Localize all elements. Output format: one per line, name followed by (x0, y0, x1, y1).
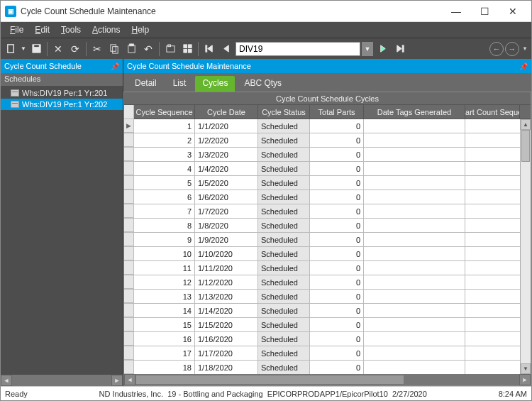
grid-hscroll[interactable]: ◄ ► (124, 374, 531, 385)
cell-parts[interactable]: 0 (310, 247, 364, 260)
cell-date[interactable]: 1/5/2020 (195, 176, 258, 189)
cell-status[interactable]: Scheduled (258, 162, 310, 175)
cell-date[interactable]: 1/13/2020 (195, 290, 258, 303)
cell-sequence[interactable]: 7 (134, 204, 195, 218)
record-dropdown-icon[interactable]: ▼ (362, 42, 373, 56)
table-row[interactable]: 121/12/2020Scheduled0 (124, 275, 531, 290)
menu-tools[interactable]: Tools (55, 23, 87, 36)
scroll-up-icon[interactable]: ▲ (521, 119, 531, 130)
cell-tags[interactable] (364, 204, 465, 218)
cell-sequence[interactable]: 6 (134, 190, 195, 204)
cell-status[interactable]: Scheduled (258, 290, 310, 303)
cell-tags[interactable] (364, 304, 465, 317)
cell-date[interactable]: 1/14/2020 (195, 304, 258, 317)
cell-date[interactable]: 1/9/2020 (195, 233, 258, 246)
row-selector[interactable] (124, 233, 134, 246)
cell-date[interactable]: 1/17/2020 (195, 346, 258, 360)
cell-date[interactable]: 1/16/2020 (195, 332, 258, 346)
cell-status[interactable]: Scheduled (258, 219, 310, 232)
cell-sequence[interactable]: 8 (134, 219, 195, 232)
cell-sequence[interactable]: 14 (134, 304, 195, 317)
minimize-button[interactable]: — (442, 1, 470, 21)
cell-date[interactable]: 1/7/2020 (195, 204, 258, 218)
cell-sequence[interactable]: 5 (134, 176, 195, 189)
cell-date[interactable]: 1/15/2020 (195, 318, 258, 331)
cell-sequence[interactable]: 11 (134, 261, 195, 275)
col-date-tags[interactable]: Date Tags Generated (364, 105, 465, 119)
cell-tags[interactable] (364, 119, 465, 133)
cell-parts[interactable]: 0 (310, 190, 364, 204)
cell-status[interactable]: Scheduled (258, 332, 310, 346)
cell-tags[interactable] (364, 219, 465, 232)
row-selector[interactable] (124, 346, 134, 360)
col-total-parts[interactable]: Total Parts (310, 105, 364, 119)
new-dropdown-icon[interactable]: ▼ (20, 41, 27, 57)
cell-parts[interactable]: 0 (310, 148, 364, 161)
table-row[interactable]: 161/16/2020Scheduled0 (124, 332, 531, 346)
cell-tags[interactable] (364, 148, 465, 161)
table-row[interactable]: 181/18/2020Scheduled0 (124, 361, 531, 374)
cell-tags[interactable] (364, 233, 465, 246)
cell-date[interactable]: 1/11/2020 (195, 261, 258, 275)
cell-sequence[interactable]: 1 (134, 119, 195, 133)
paste-icon[interactable] (123, 41, 139, 57)
cell-parts[interactable]: 0 (310, 346, 364, 360)
cell-tags[interactable] (364, 318, 465, 331)
menu-file[interactable]: File (4, 23, 29, 36)
tab-cycles[interactable]: Cycles (195, 76, 235, 92)
cell-tags[interactable] (364, 176, 465, 189)
nav-forward-icon[interactable]: → (505, 42, 519, 56)
col-start-count[interactable]: Start Count Sequen (465, 105, 520, 119)
tab-list[interactable]: List (166, 76, 194, 92)
table-row[interactable]: 21/2/2020Scheduled0 (124, 133, 531, 148)
cell-sequence[interactable]: 17 (134, 346, 195, 360)
row-selector[interactable]: ▶ (124, 119, 134, 133)
cell-sequence[interactable]: 16 (134, 332, 195, 346)
table-row[interactable]: 41/4/2020Scheduled0 (124, 162, 531, 176)
cell-date[interactable]: 1/2/2020 (195, 133, 258, 147)
scroll-left-icon[interactable]: ◄ (1, 375, 12, 386)
table-row[interactable]: 61/6/2020Scheduled0 (124, 190, 531, 204)
table-row[interactable]: 171/17/2020Scheduled0 (124, 346, 531, 361)
table-row[interactable]: 51/5/2020Scheduled0 (124, 176, 531, 190)
table-row[interactable]: 91/9/2020Scheduled0 (124, 233, 531, 247)
cell-parts[interactable]: 0 (310, 119, 364, 133)
cell-status[interactable]: Scheduled (258, 261, 310, 275)
cell-parts[interactable]: 0 (310, 261, 364, 275)
cell-status[interactable]: Scheduled (258, 148, 310, 161)
scroll-right-icon[interactable]: ► (519, 374, 531, 385)
maximize-button[interactable]: ☐ (470, 1, 499, 21)
close-button[interactable]: ✕ (499, 1, 527, 21)
new-icon[interactable] (3, 41, 18, 57)
cell-tags[interactable] (364, 346, 465, 360)
table-row[interactable]: 131/13/2020Scheduled0 (124, 290, 531, 304)
table-row[interactable]: 101/10/2020Scheduled0 (124, 247, 531, 261)
delete-icon[interactable]: ✕ (50, 41, 66, 57)
cell-sequence[interactable]: 10 (134, 247, 195, 260)
cell-status[interactable]: Scheduled (258, 318, 310, 331)
cell-status[interactable]: Scheduled (258, 233, 310, 246)
grid-vscroll[interactable]: ▲ ▼ (520, 119, 531, 374)
row-selector[interactable] (124, 318, 134, 331)
cell-status[interactable]: Scheduled (258, 133, 310, 147)
cell-parts[interactable]: 0 (310, 361, 364, 374)
cell-sequence[interactable]: 4 (134, 162, 195, 175)
cell-parts[interactable]: 0 (310, 275, 364, 289)
row-selector[interactable] (124, 176, 134, 189)
pin-icon[interactable]: 📌 (519, 62, 528, 70)
cell-parts[interactable]: 0 (310, 233, 364, 246)
row-selector[interactable] (124, 304, 134, 317)
row-selector[interactable] (124, 275, 134, 289)
cell-parts[interactable]: 0 (310, 219, 364, 232)
cell-sequence[interactable]: 9 (134, 233, 195, 246)
nav-back-icon[interactable]: ← (489, 42, 504, 56)
cell-tags[interactable] (364, 162, 465, 175)
row-selector[interactable] (124, 219, 134, 232)
cell-sequence[interactable]: 13 (134, 290, 195, 303)
row-selector[interactable] (124, 332, 134, 346)
col-cycle-date[interactable]: Cycle Date (195, 105, 258, 119)
row-selector[interactable] (124, 290, 134, 303)
table-row[interactable]: 81/8/2020Scheduled0 (124, 219, 531, 233)
cell-tags[interactable] (364, 290, 465, 303)
cell-date[interactable]: 1/18/2020 (195, 361, 258, 374)
